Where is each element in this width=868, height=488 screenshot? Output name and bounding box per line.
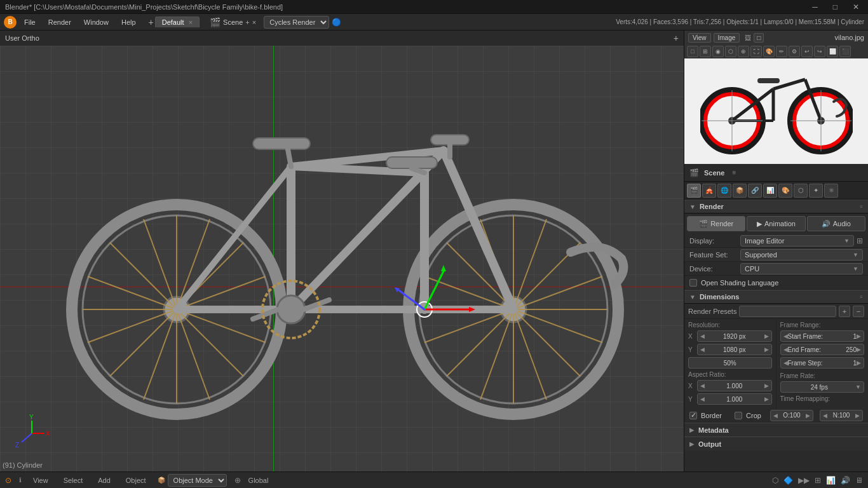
- global-btn[interactable]: ⊕: [234, 476, 241, 485]
- res-y-arrow-r[interactable]: ▶: [764, 346, 769, 353]
- toolbar-icon-13[interactable]: ⬛: [839, 46, 851, 57]
- bottom-icon-7[interactable]: 🖥: [855, 476, 863, 485]
- bottom-icon-3[interactable]: ▶▶: [798, 476, 810, 485]
- render-tab-audio[interactable]: 🔊 Audio: [807, 216, 865, 231]
- render-tab-render[interactable]: 🎬 Render: [687, 216, 745, 231]
- prop-icon-render[interactable]: 🎬: [687, 184, 701, 198]
- toolbar-icon-8[interactable]: ✏: [776, 46, 787, 57]
- display-new-icon[interactable]: ⊞: [857, 236, 863, 245]
- toolbar-icon-1[interactable]: □: [687, 46, 698, 57]
- dimensions-section-header[interactable]: ▼ Dimensions ≡: [684, 290, 868, 304]
- bottom-icon-2[interactable]: 🔷: [783, 476, 793, 485]
- bottom-icon-5[interactable]: 📊: [826, 476, 836, 485]
- bottom-icon-1[interactable]: ⬡: [772, 476, 778, 485]
- menu-file[interactable]: File: [19, 17, 41, 27]
- resolution-y-field[interactable]: ◀ 1080 px ▶: [697, 344, 772, 355]
- presets-remove-btn[interactable]: −: [853, 306, 864, 317]
- device-value[interactable]: CPU ▼: [740, 263, 863, 274]
- animation-tab-icon: ▶: [757, 220, 762, 228]
- res-y-arrow-l[interactable]: ◀: [700, 346, 705, 353]
- menu-help[interactable]: Help: [116, 17, 141, 27]
- blender-icon: 🔵: [332, 18, 341, 27]
- feature-set-arrow: ▼: [853, 252, 858, 258]
- prop-icon-world[interactable]: 🌐: [717, 184, 731, 198]
- display-value[interactable]: Image Editor ▼: [740, 235, 854, 247]
- old-value-field[interactable]: ◀ O:100 ▶: [770, 410, 813, 421]
- menu-render[interactable]: Render: [43, 17, 76, 27]
- render-section-header[interactable]: ▼ Render ≡: [684, 200, 868, 214]
- image-button[interactable]: Image: [714, 33, 740, 43]
- render-engine-select[interactable]: Cycles Render: [264, 16, 329, 29]
- bottom-object-btn[interactable]: Object: [122, 475, 150, 485]
- border-checkbox[interactable]: ✓: [689, 412, 697, 419]
- frame-rate-field[interactable]: 24 fps ▼: [780, 381, 865, 393]
- feature-set-value[interactable]: Supported ▼: [740, 249, 863, 261]
- toolbar-icon-9[interactable]: ⚙: [789, 46, 800, 57]
- new-value-field[interactable]: ◀ N:100 ▶: [820, 410, 863, 421]
- device-row: Device: CPU ▼: [684, 262, 868, 276]
- open-shading-row[interactable]: Open Shading Language: [684, 276, 868, 290]
- toolbar-icon-5[interactable]: ⊕: [738, 46, 749, 57]
- workspace-tab-default[interactable]: Default ×: [155, 17, 200, 27]
- aspect-x-field[interactable]: ◀ 1.000 ▶: [697, 380, 772, 391]
- workspace-close-icon[interactable]: ×: [189, 18, 193, 26]
- start-frame-field[interactable]: ◀ Start Frame: 1 ▶: [780, 330, 865, 342]
- aspect-y-field[interactable]: ◀ 1.000 ▶: [697, 393, 772, 405]
- prop-icon-object[interactable]: 📦: [733, 184, 747, 198]
- view-button[interactable]: View: [688, 33, 711, 43]
- minimize-button[interactable]: ─: [808, 1, 822, 13]
- presets-add-btn[interactable]: +: [839, 306, 850, 317]
- menu-window[interactable]: Window: [79, 17, 114, 27]
- open-shading-checkbox[interactable]: [689, 279, 697, 287]
- bottom-icon-6[interactable]: 🔊: [841, 476, 850, 485]
- toolbar-icon-11[interactable]: ↪: [814, 46, 825, 57]
- bottom-select-btn[interactable]: Select: [60, 475, 87, 485]
- toolbar-icon-3[interactable]: ◉: [712, 46, 724, 57]
- scene-close-icon[interactable]: ×: [252, 18, 256, 26]
- res-x-arrow-l[interactable]: ◀: [700, 333, 705, 339]
- mode-select[interactable]: Object Mode: [168, 474, 227, 487]
- prop-icon-texture[interactable]: ⬡: [794, 184, 808, 198]
- render-tab-animation[interactable]: ▶ Animation: [747, 216, 805, 231]
- maximize-button[interactable]: □: [829, 1, 841, 13]
- viewport-plus-icon[interactable]: +: [674, 33, 679, 43]
- title-bar: Blender* [C:\Users\Mostafa\Documents\Min…: [0, 0, 868, 14]
- feature-set-row: Feature Set: Supported ▼: [684, 248, 868, 262]
- device-label: Device:: [689, 265, 740, 273]
- output-section[interactable]: ▶ Output: [684, 437, 868, 451]
- prop-icon-physics[interactable]: ⚛: [824, 184, 838, 198]
- prop-icon-particles[interactable]: ✦: [809, 184, 823, 198]
- crop-checkbox[interactable]: [735, 412, 742, 419]
- render-presets-field[interactable]: [739, 306, 836, 317]
- prop-icon-scene[interactable]: 🎪: [702, 184, 716, 198]
- viewport-3d[interactable]: User Ortho +: [0, 30, 684, 471]
- frame-step-field[interactable]: ◀ Frame Step: 1 ▶: [780, 357, 865, 369]
- metadata-section[interactable]: ▶ Metadata: [684, 423, 868, 437]
- toolbar-icon-6[interactable]: ⛶: [750, 46, 762, 57]
- bottom-icon-4[interactable]: ⊞: [815, 476, 821, 485]
- percent-field[interactable]: 50%: [688, 357, 772, 369]
- svg-line-29: [177, 309, 243, 376]
- toolbar-icon-10[interactable]: ↩: [801, 46, 813, 57]
- workspace-add-icon[interactable]: +: [149, 17, 154, 27]
- toolbar-icon-2[interactable]: ⊞: [700, 46, 711, 57]
- toolbar-icon-4[interactable]: ⬡: [725, 46, 736, 57]
- scene-add-icon[interactable]: +: [245, 18, 249, 26]
- display-arrow: ▼: [844, 238, 850, 244]
- frame-step-row: ◀ Frame Step: 1 ▶: [780, 356, 865, 369]
- bottom-add-btn[interactable]: Add: [94, 475, 114, 485]
- prop-icon-data[interactable]: 📊: [763, 184, 777, 198]
- toolbar-icon-7[interactable]: 🎨: [763, 46, 775, 57]
- toolbar-icon-12[interactable]: ⬜: [827, 46, 838, 57]
- end-frame-field[interactable]: ◀ End Frame: 250 ▶: [780, 344, 865, 355]
- time-remapping-label: Time Remapping:: [780, 395, 865, 402]
- res-x-arrow-r[interactable]: ▶: [764, 333, 769, 339]
- bottom-view-btn[interactable]: View: [29, 475, 52, 485]
- global-label[interactable]: Global: [248, 477, 269, 484]
- svg-line-30: [177, 219, 210, 309]
- window-controls[interactable]: ─ □ ✕: [808, 1, 863, 13]
- prop-icon-constraints[interactable]: 🔗: [748, 184, 762, 198]
- resolution-x-field[interactable]: ◀ 1920 px ▶: [697, 330, 772, 342]
- close-button[interactable]: ✕: [849, 1, 863, 13]
- prop-icon-material[interactable]: 🎨: [778, 184, 792, 198]
